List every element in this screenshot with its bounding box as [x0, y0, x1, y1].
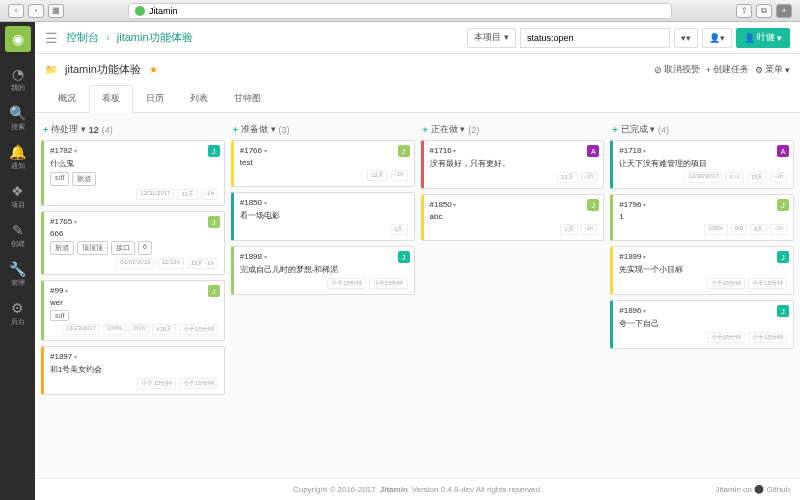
user-filter[interactable]: 👤▾: [702, 28, 732, 48]
task-card[interactable]: #1898J完成自己儿时的梦想-和稀泥小于15分钟小于15分钟: [231, 246, 415, 295]
tab[interactable]: 列表: [177, 85, 221, 112]
assignee-avatar[interactable]: J: [208, 145, 220, 157]
assignee-avatar[interactable]: J: [398, 251, 410, 263]
card-id[interactable]: #1796: [619, 200, 787, 209]
github-link[interactable]: Jitamin on ⚫ Github: [715, 485, 790, 494]
sidebar-item[interactable]: ◔我的: [0, 60, 35, 99]
tab[interactable]: 日历: [133, 85, 177, 112]
assignee-avatar[interactable]: J: [777, 251, 789, 263]
card-id[interactable]: #1850: [240, 198, 408, 207]
card-meta: 12天 -1h: [187, 258, 218, 269]
create-task-button[interactable]: + 创建任务: [706, 63, 749, 76]
app-logo[interactable]: ◉: [5, 26, 31, 52]
add-card-icon[interactable]: +: [43, 125, 48, 135]
card-id[interactable]: #1896: [619, 306, 787, 315]
task-card[interactable]: #1899J先实现一个小目标小于15分钟小于15分钟: [610, 246, 794, 295]
card-meta: 13天: [557, 172, 578, 183]
breadcrumb-root[interactable]: 控制台: [66, 31, 99, 43]
user-badge[interactable]: 👤 叶健 ▾: [736, 28, 790, 48]
tabs-button[interactable]: ⧉: [756, 4, 772, 18]
tab[interactable]: 看板: [89, 85, 133, 113]
card-id[interactable]: #1718: [619, 146, 787, 155]
task-card[interactable]: #1850Jabc1天-1h: [421, 194, 605, 241]
board-column: + 已完成 ▾ (4)#1718A让天下没有难管理的项目12/30/20171○…: [610, 119, 794, 472]
forward-button[interactable]: ›: [28, 4, 44, 18]
sidebar-toggle[interactable]: ▦: [48, 4, 64, 18]
add-card-icon[interactable]: +: [612, 125, 617, 135]
card-tag[interactable]: sdf: [50, 310, 69, 321]
card-id[interactable]: #1850: [430, 200, 598, 209]
sidebar: ◉ ◔我的🔍搜索🔔通知❖项目✎创建🔧管理⚙后台: [0, 22, 35, 500]
filter-scope[interactable]: 本项目 ▾: [467, 28, 516, 48]
unstar-button[interactable]: ⊘ 取消授赞: [654, 63, 700, 76]
sidebar-item[interactable]: ❖项目: [0, 177, 35, 216]
assignee-avatar[interactable]: A: [777, 145, 789, 157]
card-meta: 0/1h: [129, 324, 149, 335]
assignee-avatar[interactable]: J: [587, 199, 599, 211]
card-id[interactable]: #99: [50, 286, 218, 295]
filter-input[interactable]: [520, 28, 670, 48]
task-card[interactable]: #1782J什么鬼sdf旅游12/31/201711天-1h: [41, 140, 225, 206]
card-meta: -1h: [391, 170, 408, 181]
card-tag[interactable]: 旅游: [50, 241, 74, 255]
breadcrumb-project[interactable]: jitamin功能体验: [117, 31, 193, 43]
task-card[interactable]: #1765J666旅游顶顶顶接口601/07/201812/12h12天 -1h: [41, 211, 225, 275]
column-name: 准备做 ▾: [241, 123, 276, 136]
card-id[interactable]: #1765: [50, 217, 218, 226]
assignee-avatar[interactable]: J: [777, 199, 789, 211]
card-meta: 小于15分钟: [748, 332, 787, 343]
add-card-icon[interactable]: +: [233, 125, 238, 135]
filter-dropdown[interactable]: ▾▾: [674, 28, 698, 48]
assignee-avatar[interactable]: J: [398, 145, 410, 157]
card-title: 和1号美女约会: [50, 364, 218, 375]
assignee-avatar[interactable]: J: [208, 285, 220, 297]
card-id[interactable]: #1766: [240, 146, 408, 155]
back-button[interactable]: ‹: [8, 4, 24, 18]
card-tag[interactable]: 接口: [111, 241, 135, 255]
card-tag[interactable]: 顶顶顶: [77, 241, 108, 255]
card-meta: 15天: [747, 172, 768, 183]
menu-icon[interactable]: ☰: [45, 30, 58, 46]
task-card[interactable]: #1766Jtest12天-1h: [231, 140, 415, 187]
task-card[interactable]: #1716A没有最好，只有更好。13天-1h: [421, 140, 605, 189]
card-meta: 12/12h: [157, 258, 183, 269]
assignee-avatar[interactable]: A: [587, 145, 599, 157]
task-card[interactable]: #99Jwersdf12/23/2017100%0/1h418天小于15分钟: [41, 280, 225, 341]
task-card[interactable]: #1850看一场电影1天: [231, 192, 415, 241]
card-id[interactable]: #1716: [430, 146, 598, 155]
assignee-avatar[interactable]: J: [777, 305, 789, 317]
sidebar-icon: ⚙: [11, 300, 24, 316]
card-id[interactable]: #1897: [50, 352, 218, 361]
sidebar-item[interactable]: ✎创建: [0, 216, 35, 255]
card-tag[interactable]: 6: [138, 241, 152, 255]
tab[interactable]: 甘特图: [221, 85, 274, 112]
sidebar-item[interactable]: ⚙后台: [0, 294, 35, 333]
card-id[interactable]: #1782: [50, 146, 218, 155]
menu-button[interactable]: ⚙ 菜单 ▾: [755, 63, 790, 76]
card-id[interactable]: #1899: [619, 252, 787, 261]
tab[interactable]: 概况: [45, 85, 89, 112]
assignee-avatar[interactable]: J: [208, 216, 220, 228]
column-header: + 待处理 ▾ 12 (4): [41, 119, 225, 140]
sidebar-item[interactable]: 🔔通知: [0, 138, 35, 177]
browser-chrome: ‹ › ▦ Jitamin ⇪ ⧉ +: [0, 0, 800, 22]
task-card[interactable]: #1896J夸一下自己小于15分钟小于15分钟: [610, 300, 794, 349]
task-card[interactable]: #1897和1号美女约会小于15分钟小于15分钟: [41, 346, 225, 395]
card-tag[interactable]: sdf: [50, 172, 69, 186]
sidebar-item[interactable]: 🔍搜索: [0, 99, 35, 138]
url-bar[interactable]: Jitamin: [128, 3, 672, 19]
share-button[interactable]: ⇪: [736, 4, 752, 18]
tabs: 概况看板日历列表甘特图: [35, 85, 800, 113]
card-tag[interactable]: 旅游: [72, 172, 96, 186]
card-title: wer: [50, 298, 218, 307]
sidebar-label: 通知: [11, 161, 25, 171]
footer: Copyright © 2016-2017 Jitamin Version 0.…: [35, 478, 800, 500]
board-column: + 待处理 ▾ 12 (4)#1782J什么鬼sdf旅游12/31/201711…: [41, 119, 225, 472]
card-id[interactable]: #1898: [240, 252, 408, 261]
star-icon[interactable]: ★: [149, 64, 158, 75]
task-card[interactable]: #1796J1100%0/06天-1h: [610, 194, 794, 241]
task-card[interactable]: #1718A让天下没有难管理的项目12/30/20171○115天-1h: [610, 140, 794, 189]
sidebar-item[interactable]: 🔧管理: [0, 255, 35, 294]
add-card-icon[interactable]: +: [423, 125, 428, 135]
add-tab-button[interactable]: +: [776, 4, 792, 18]
